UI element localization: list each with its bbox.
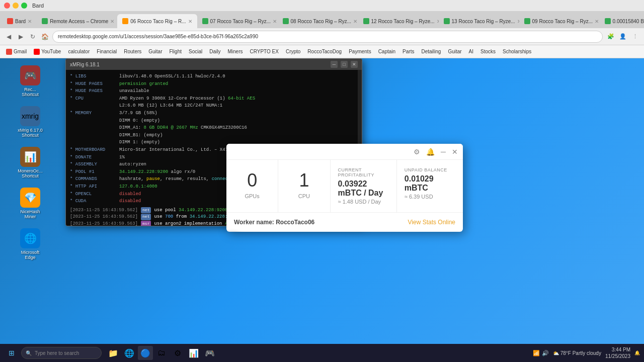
tab-rig06[interactable]: 06 Rocco Taco Rig – R... ✕ xyxy=(117,14,197,28)
bookmark-stocks[interactable]: Stocks xyxy=(477,48,499,55)
bookmark-social[interactable]: Social xyxy=(186,48,205,55)
taskbar-file-explorer[interactable]: 📁 xyxy=(106,346,121,360)
forward-button[interactable]: ▶ xyxy=(16,32,25,41)
taskbar-windows-explorer[interactable]: 🗂 xyxy=(154,346,169,360)
bookmark-captain[interactable]: Captain xyxy=(375,48,398,55)
settings-icon[interactable]: ⚙ xyxy=(414,148,420,156)
stats-footer: Worker name: RoccoTaco06 View Stats Onli… xyxy=(226,213,463,232)
bookmark-label: Financial xyxy=(97,49,117,54)
tab-close[interactable]: ✕ xyxy=(188,19,192,24)
time-display: 3:44 PM xyxy=(605,346,630,353)
bookmark-rocco[interactable]: RoccoTacoDog xyxy=(304,48,345,55)
close-button[interactable] xyxy=(4,3,10,9)
minimize-icon[interactable]: ─ xyxy=(441,148,446,156)
tab-close[interactable]: ✕ xyxy=(28,19,32,24)
bookmark-guitar2[interactable]: Guitar xyxy=(445,48,464,55)
tab-close[interactable]: ✕ xyxy=(437,19,439,24)
extensions-icon[interactable]: 🧩 xyxy=(606,32,616,42)
nicehash-label: NiceHashMiner xyxy=(20,209,40,219)
tab-btc[interactable]: 0.00015840 BTC | N... xyxy=(600,14,644,28)
youtube-icon xyxy=(34,49,40,55)
terminal-controls: ─ □ ✕ xyxy=(331,61,358,68)
bookmark-label: RoccoTacoDog xyxy=(307,49,342,54)
start-button[interactable]: ⊞ xyxy=(4,346,19,360)
bookmark-miners[interactable]: Miners xyxy=(224,48,246,55)
home-button[interactable]: 🏠 xyxy=(40,32,49,41)
bookmark-guitar[interactable]: Guitar xyxy=(145,48,165,55)
close-stats-icon[interactable]: ✕ xyxy=(452,148,458,156)
bookmark-label: Guitar xyxy=(448,49,461,54)
tab-favicon xyxy=(283,18,289,24)
bookmark-daily[interactable]: Daily xyxy=(206,48,223,55)
bookmark-label: Payments xyxy=(349,49,371,54)
gpus-label: GPUs xyxy=(234,193,270,199)
bookmark-label: Stocks xyxy=(480,49,496,54)
reload-button[interactable]: ↻ xyxy=(28,32,37,41)
bookmark-scholarships[interactable]: Scholarships xyxy=(500,48,534,55)
tab-label: 07 Rocco Taco Rig – Ryz... xyxy=(210,19,271,24)
address-bar[interactable]: remotedesktop.google.com/u/1/access/sess… xyxy=(52,31,603,43)
tab-rig07[interactable]: 07 Rocco Taco Rig – Ryz... ✕ xyxy=(197,14,278,28)
tab-close[interactable]: ✕ xyxy=(273,19,277,24)
desktop-icon-rec[interactable]: 🎮 Rec...Shortcut xyxy=(5,63,55,99)
terminal-close[interactable]: ✕ xyxy=(351,61,358,68)
bookmark-crypto-ex[interactable]: CRYPTO EX xyxy=(247,48,281,55)
bookmark-ai[interactable]: AI xyxy=(466,48,476,55)
bookmark-label: Miners xyxy=(227,49,243,54)
taskbar-chrome[interactable]: 🔵 xyxy=(138,346,153,360)
settings-icon[interactable]: ⋮ xyxy=(630,32,640,42)
minimize-button[interactable] xyxy=(13,3,19,9)
back-button[interactable]: ◀ xyxy=(4,32,13,41)
desktop: 🎮 Rec...Shortcut xmrig xMrig 6.17.0Short… xyxy=(0,58,644,344)
notification-icon[interactable]: 🔔 xyxy=(426,148,435,156)
taskbar-notifications: 📶 🔊 xyxy=(533,350,549,356)
taskbar-app6[interactable]: 📊 xyxy=(186,346,201,360)
notification-center-icon[interactable]: 🔔 xyxy=(634,350,640,355)
edge-label: MicrosoftEdge xyxy=(21,250,40,260)
tab-close[interactable]: ✕ xyxy=(353,19,357,24)
bookmark-crypto[interactable]: Crypto xyxy=(283,48,303,55)
info-dimm0: DIMM 0: (empty) xyxy=(70,117,358,125)
browser-tabs: Bard ✕ Remote Access – Chrome ✕ 06 Rocco… xyxy=(0,11,644,28)
desktop-icon-edge[interactable]: 🌐 MicrosoftEdge xyxy=(5,226,55,262)
terminal-maximize[interactable]: □ xyxy=(341,61,348,68)
bookmark-flight[interactable]: Flight xyxy=(167,48,185,55)
tab-favicon xyxy=(363,18,369,24)
cpu-count: 1 xyxy=(286,170,322,191)
tab-close[interactable]: ✕ xyxy=(595,19,599,24)
bookmark-calculator[interactable]: calculator xyxy=(65,48,93,55)
tab-bard[interactable]: Bard ✕ xyxy=(2,14,37,28)
bookmark-financial[interactable]: Financial xyxy=(94,48,120,55)
info-l2l3: L2:6.0 MB (12) L3:64 MB 12C/24T NUMA:1 xyxy=(70,102,358,110)
tab-rig08[interactable]: 08 Rocco Taco Rig – Ryz... ✕ xyxy=(278,14,358,28)
balance-sub: ≈ 6.39 USD xyxy=(405,194,455,200)
taskbar-app7[interactable]: 🎮 xyxy=(202,346,217,360)
taskbar-right: 📶 🔊 ⛅ 78°F Partly cloudy 3:44 PM 11/25/2… xyxy=(533,346,640,359)
tab-close[interactable]: ✕ xyxy=(517,19,519,24)
taskbar-settings[interactable]: ⚙ xyxy=(170,346,185,360)
maximize-button[interactable] xyxy=(21,3,27,9)
view-stats-button[interactable]: View Stats Online xyxy=(408,219,456,226)
bookmark-parts[interactable]: Parts xyxy=(399,48,417,55)
bookmark-youtube[interactable]: YouTube xyxy=(31,48,64,56)
bookmark-label: Captain xyxy=(378,49,395,54)
tab-rig12[interactable]: 12 Rocco Taco Rig – Ryze... ✕ xyxy=(358,14,439,28)
desktop-icon-monero[interactable]: 📊 MoneroOc...Shortcut xyxy=(5,145,55,180)
tab-close[interactable]: ✕ xyxy=(110,19,114,24)
desktop-icon-nicehash[interactable]: 💎 NiceHashMiner xyxy=(5,186,55,221)
taskbar-edge[interactable]: 🌐 xyxy=(122,346,137,360)
terminal-minimize[interactable]: ─ xyxy=(331,61,338,68)
bookmark-detailing[interactable]: Detailing xyxy=(418,48,444,55)
tab-rig09[interactable]: 09 Rocco Taco Rig – Ryz... ✕ xyxy=(519,14,600,28)
info-memory: * MEMORY 3/7.9 GB (58%) xyxy=(70,110,358,117)
tab-remote-access[interactable]: Remote Access – Chrome ✕ xyxy=(37,14,117,28)
bookmark-routers[interactable]: Routers xyxy=(121,48,144,55)
desktop-icon-xmrig[interactable]: xmrig xMrig 6.17.0Shortcut xyxy=(5,104,55,140)
traffic-lights xyxy=(4,3,27,9)
bookmark-gmail[interactable]: Gmail xyxy=(3,48,30,56)
profile-icon[interactable]: 👤 xyxy=(618,32,628,42)
bookmark-payments[interactable]: Payments xyxy=(346,48,374,55)
tab-rig13[interactable]: 13 Rocco Taco Rig – Ryze... ✕ xyxy=(439,14,519,28)
cpu-label: CPU xyxy=(286,193,322,199)
search-bar[interactable]: 🔍 Type here to search xyxy=(21,347,102,359)
